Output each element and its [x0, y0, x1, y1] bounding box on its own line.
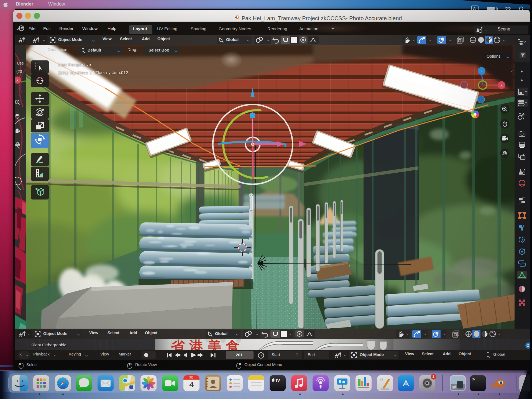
svg-text:X: X [16, 78, 19, 82]
svg-text:Use: Use [17, 61, 24, 65]
svg-text:X: X [500, 83, 503, 87]
svg-text:tv: tv [276, 378, 280, 383]
svg-text:Z: Z [480, 69, 483, 73]
svg-text:(20: (20 [16, 69, 22, 74]
